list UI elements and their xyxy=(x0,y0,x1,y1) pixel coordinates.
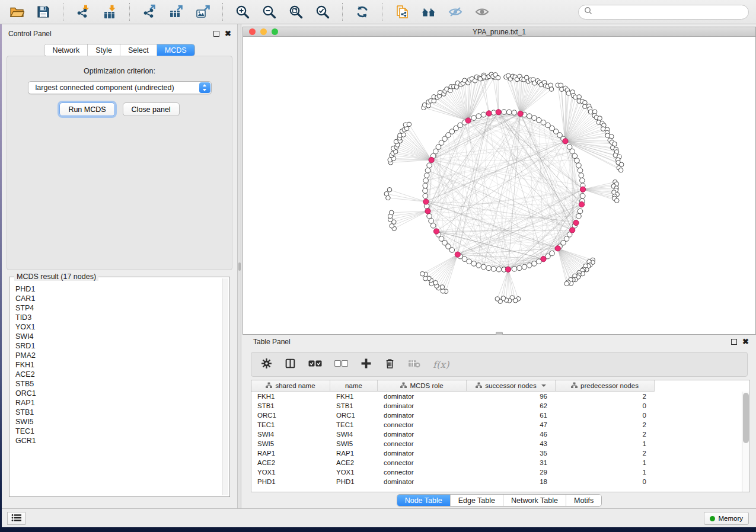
memory-button[interactable]: Memory xyxy=(704,512,749,525)
first-neighbors-button[interactable] xyxy=(419,2,438,21)
mcds-result-list[interactable]: PHD1CAR1STP4TID3YOX1SWI4SRD1PMA2FKH1ACE2… xyxy=(11,278,222,495)
mcds-result-item[interactable]: RAP1 xyxy=(15,398,222,408)
show-all-button[interactable] xyxy=(473,2,492,21)
column-layout-button[interactable] xyxy=(285,358,296,371)
run-mcds-button[interactable]: Run MCDS xyxy=(59,102,114,116)
mcds-result-item[interactable]: SWI5 xyxy=(15,417,222,427)
mcds-result-item[interactable]: STP4 xyxy=(15,303,222,313)
save-button[interactable] xyxy=(34,2,53,21)
table-row[interactable]: YOX1YOX1connector291 xyxy=(251,467,742,477)
mcds-result-item[interactable]: SWI4 xyxy=(15,332,222,341)
cell-name: PHD1 xyxy=(330,477,378,486)
open-icon xyxy=(9,4,24,20)
export-table-icon xyxy=(168,4,184,20)
column-header-successor-nodes[interactable]: successor nodes xyxy=(467,380,556,392)
zoom-selected-button[interactable] xyxy=(313,2,332,21)
table-row[interactable]: RAP1RAP1dominator352 xyxy=(251,448,742,458)
column-header-MCDS-role[interactable]: MCDS role xyxy=(378,380,467,392)
add-row-button[interactable] xyxy=(361,358,372,371)
table-panel-title: Table Panel xyxy=(253,338,291,346)
table-row[interactable]: PHD1PHD1dominator180 xyxy=(251,477,742,486)
float-table-panel-icon[interactable] xyxy=(731,339,737,345)
zoom-fit-button[interactable] xyxy=(286,2,305,21)
table-row[interactable]: ACE2ACE2connector311 xyxy=(251,458,742,467)
cell-mcds_role: connector xyxy=(378,467,467,477)
column-type-icon xyxy=(266,382,272,390)
select-all-button[interactable] xyxy=(308,360,322,369)
column-header-shared-name[interactable]: shared name xyxy=(251,380,330,392)
mcds-result-item[interactable]: FKH1 xyxy=(15,360,222,370)
task-history-button[interactable] xyxy=(7,512,25,525)
close-panel-icon[interactable]: ✖ xyxy=(225,31,231,37)
scrollbar-thumb[interactable] xyxy=(743,393,749,443)
optimization-criterion-select[interactable]: largest connected component (undirected) xyxy=(28,81,212,94)
table-row[interactable]: SWI5SWI5connector431 xyxy=(251,439,742,448)
sort-menu-icon[interactable] xyxy=(541,384,546,387)
cell-successor_nodes: 62 xyxy=(467,401,556,411)
mcds-result-item[interactable]: PHD1 xyxy=(15,284,222,294)
tab-network-table[interactable]: Network Table xyxy=(503,495,566,506)
table-row[interactable]: TEC1TEC1connector472 xyxy=(251,420,742,430)
hide-selected-button[interactable] xyxy=(446,2,465,21)
column-header-name[interactable]: name xyxy=(330,380,378,392)
export-image-button[interactable] xyxy=(193,2,212,21)
mcds-result-item[interactable]: TEC1 xyxy=(15,427,222,436)
search-box[interactable] xyxy=(578,5,749,20)
tab-style[interactable]: Style xyxy=(87,44,120,56)
table-row[interactable]: FKH1FKH1dominator962 xyxy=(251,392,742,401)
panel-divider[interactable] xyxy=(237,24,241,508)
cell-name: SWI5 xyxy=(330,439,378,448)
deselect-all-button[interactable] xyxy=(334,360,348,369)
zoom-in-button[interactable] xyxy=(233,2,252,21)
close-panel-button[interactable]: Close panel xyxy=(123,102,180,116)
table-row[interactable]: ORC1ORC1dominator610 xyxy=(251,411,742,420)
delete-row-button[interactable] xyxy=(384,358,395,371)
tab-node-table[interactable]: Node Table xyxy=(397,495,450,506)
network-canvas[interactable] xyxy=(243,37,756,335)
mcds-result-item[interactable]: ORC1 xyxy=(15,389,222,398)
export-network-button[interactable] xyxy=(140,2,159,21)
search-input[interactable] xyxy=(595,8,743,16)
mcds-result-item[interactable]: TID3 xyxy=(15,313,222,322)
mcds-result-item[interactable]: ACE2 xyxy=(15,370,222,379)
open-button[interactable] xyxy=(7,2,26,21)
mcds-result-item[interactable]: STB5 xyxy=(15,379,222,389)
mcds-result-item[interactable]: PMA2 xyxy=(15,351,222,360)
network-window: YPA_prune.txt_1 xyxy=(243,27,756,335)
settings-icon xyxy=(261,358,272,371)
float-panel-icon[interactable] xyxy=(213,31,219,37)
mcds-result-item[interactable]: GCR1 xyxy=(15,436,222,446)
mcds-result-group: MCDS result (17 nodes) PHD1CAR1STP4TID3Y… xyxy=(9,277,230,497)
tab-edge-table[interactable]: Edge Table xyxy=(450,495,503,506)
tab-network[interactable]: Network xyxy=(44,44,87,56)
zoom-selected-icon xyxy=(315,4,330,20)
table-row[interactable]: STB1STB1dominator620 xyxy=(251,401,742,411)
add-row-icon xyxy=(361,358,372,371)
tab-mcds[interactable]: MCDS xyxy=(157,44,194,56)
column-header-predecessor-nodes[interactable]: predecessor nodes xyxy=(556,380,655,392)
table-scrollbar[interactable] xyxy=(742,392,749,492)
memory-label: Memory xyxy=(718,515,743,522)
mcds-result-item[interactable]: SRD1 xyxy=(15,341,222,351)
table-row[interactable]: SWI4SWI4dominator462 xyxy=(251,430,742,439)
divider-handle-icon[interactable] xyxy=(238,262,241,271)
zoom-out-button[interactable] xyxy=(260,2,279,21)
network-window-titlebar[interactable]: YPA_prune.txt_1 xyxy=(243,27,756,37)
import-network-button[interactable] xyxy=(74,2,92,21)
import-table-button[interactable] xyxy=(100,2,119,21)
export-table-button[interactable] xyxy=(167,2,186,21)
mcds-result-item[interactable]: STB1 xyxy=(15,408,222,417)
tab-select[interactable]: Select xyxy=(120,44,157,56)
refresh-button[interactable] xyxy=(353,2,372,21)
cell-predecessor_nodes: 0 xyxy=(556,411,655,420)
table-tabs: Node TableEdge TableNetwork TableMotifs xyxy=(243,494,756,507)
mcds-result-item[interactable]: CAR1 xyxy=(15,294,222,303)
tab-motifs[interactable]: Motifs xyxy=(566,495,601,506)
network-graph[interactable] xyxy=(243,37,755,334)
mcds-result-item[interactable]: YOX1 xyxy=(15,322,222,332)
close-table-panel-icon[interactable]: ✖ xyxy=(742,339,749,345)
cell-successor_nodes: 35 xyxy=(467,448,556,458)
mcds-list-scrollbar[interactable] xyxy=(222,278,228,495)
duplicate-network-button[interactable] xyxy=(393,2,412,21)
settings-button[interactable] xyxy=(261,358,272,371)
